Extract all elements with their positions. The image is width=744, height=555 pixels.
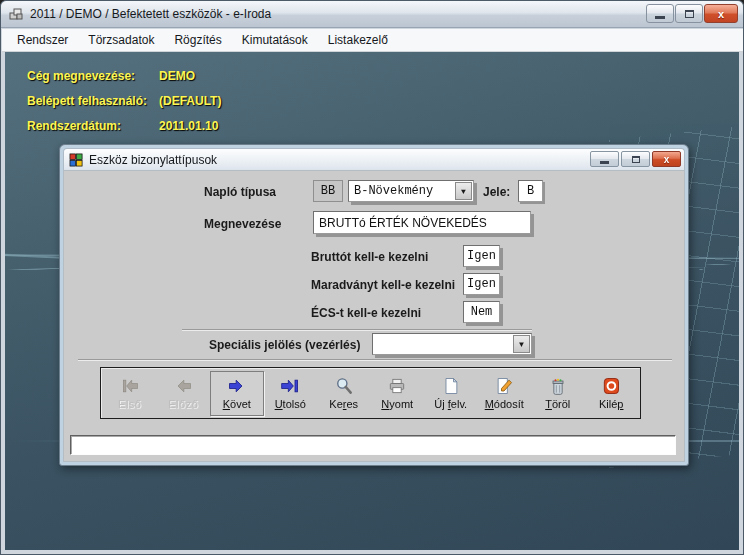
- naplo-type-dropdown[interactable]: B-Növekmény ▼: [348, 180, 474, 202]
- info-row-date: Rendszerdátum: 2011.01.10: [27, 116, 347, 141]
- naplo-type-value: B-Növekmény: [354, 184, 433, 198]
- first-button: Első: [103, 371, 157, 416]
- maximize-button[interactable]: [675, 4, 703, 23]
- dialog-titlebar: Eszköz bizonylattípusok x: [63, 148, 685, 170]
- dialog-title: Eszköz bizonylattípusok: [89, 153, 217, 167]
- last-button[interactable]: Utolsó: [264, 371, 318, 416]
- dialog-close-button[interactable]: x: [652, 151, 681, 167]
- previous-record-icon: [171, 375, 195, 397]
- app-icon: [8, 6, 24, 22]
- date-value: 2011.01.10: [159, 119, 218, 133]
- menu-rendszer[interactable]: Rendszer: [8, 30, 77, 50]
- exit-button[interactable]: Kilép: [585, 371, 639, 416]
- edit-document-icon: [492, 375, 516, 397]
- brutto-label: Bruttót kell-e kezelni: [311, 250, 428, 264]
- info-row-user: Belépett felhasználó: (DEFAULT): [27, 91, 347, 116]
- session-info: Cég megnevezése: DEMO Belépett felhaszná…: [27, 66, 347, 141]
- main-window: 2011 / DEMO / Befektetett eszközök - e-I…: [0, 0, 744, 555]
- dialog-client: Napló típusa BB B-Növekmény ▼ Jele: B Me…: [63, 170, 685, 462]
- dialog-eszkoz-bizonylattipusok: Eszköz bizonylattípusok x Napló típusa B…: [59, 144, 689, 466]
- maximize-icon: [685, 10, 694, 18]
- company-value: DEMO: [159, 69, 195, 83]
- new-document-icon: [439, 375, 463, 397]
- status-input-field[interactable]: [70, 435, 676, 455]
- ecs-label: ÉCS-t kell-e kezelni: [311, 306, 421, 320]
- menu-bar: Rendszer Törzsadatok Rögzítés Kimutatáso…: [2, 29, 744, 52]
- menu-torzsadatok[interactable]: Törzsadatok: [79, 30, 163, 50]
- dialog-minimize-icon: [600, 161, 609, 164]
- windows-logo-icon: [69, 153, 84, 167]
- delete-button[interactable]: Töröl: [531, 371, 585, 416]
- date-label: Rendszerdátum:: [27, 119, 121, 133]
- specialis-dropdown-arrow-icon[interactable]: ▼: [513, 335, 530, 353]
- navigation-toolbar: Első Előző Követ: [100, 367, 641, 419]
- minimize-button[interactable]: [646, 4, 674, 23]
- modify-button[interactable]: Módosít: [478, 371, 532, 416]
- separator-2: [78, 359, 672, 361]
- naplo-code-box: BB: [313, 180, 343, 202]
- window-title: 2011 / DEMO / Befektetett eszközök - e-I…: [30, 7, 271, 21]
- maradvany-toggle[interactable]: Igen: [463, 273, 500, 295]
- next-button[interactable]: Követ: [210, 371, 264, 416]
- new-record-button[interactable]: Új felv.: [424, 371, 478, 416]
- maradvany-label: Maradványt kell-e kezelni: [311, 278, 455, 292]
- megnevezese-input[interactable]: BRUTTó ÉRTÉK NÖVEKEDÉS: [313, 211, 531, 234]
- megnevezese-label: Megnevezése: [204, 217, 281, 231]
- menu-kimutatasok[interactable]: Kimutatások: [233, 30, 317, 50]
- company-label: Cég megnevezése:: [27, 69, 135, 83]
- search-icon: [332, 375, 356, 397]
- menu-listakezelo[interactable]: Listakezelő: [319, 30, 397, 50]
- exit-icon: [599, 375, 623, 397]
- close-button[interactable]: x: [704, 4, 738, 23]
- jele-value-box[interactable]: B: [518, 180, 543, 202]
- user-label: Belépett felhasználó:: [27, 94, 147, 108]
- menu-rogzites[interactable]: Rögzítés: [165, 30, 230, 50]
- specialis-label: Speciális jelölés (vezérlés): [209, 338, 360, 352]
- previous-button: Előző: [157, 371, 211, 416]
- info-row-company: Cég megnevezése: DEMO: [27, 66, 347, 91]
- trash-icon: [546, 375, 570, 397]
- dialog-close-icon: x: [664, 154, 670, 165]
- dialog-minimize-button[interactable]: [590, 151, 619, 167]
- main-titlebar: 2011 / DEMO / Befektetett eszközök - e-I…: [1, 1, 743, 28]
- search-button[interactable]: Keres: [317, 371, 371, 416]
- next-record-icon: [225, 375, 249, 397]
- ecs-toggle[interactable]: Nem: [463, 301, 500, 323]
- separator-1: [182, 329, 532, 331]
- brutto-toggle[interactable]: Igen: [463, 245, 500, 267]
- last-record-icon: [278, 375, 302, 397]
- naplo-dropdown-arrow-icon[interactable]: ▼: [455, 182, 472, 200]
- dialog-maximize-button[interactable]: [621, 151, 650, 167]
- minimize-icon: [655, 16, 665, 19]
- first-record-icon: [118, 375, 142, 397]
- close-icon: x: [718, 8, 724, 20]
- specialis-dropdown[interactable]: ▼: [372, 333, 532, 355]
- dialog-maximize-icon: [632, 156, 640, 163]
- printer-icon: [385, 375, 409, 397]
- jele-label: Jele:: [483, 185, 510, 199]
- user-value: (DEFAULT): [159, 94, 221, 108]
- print-button[interactable]: Nyomt: [371, 371, 425, 416]
- naplo-tipusa-label: Napló típusa: [204, 185, 276, 199]
